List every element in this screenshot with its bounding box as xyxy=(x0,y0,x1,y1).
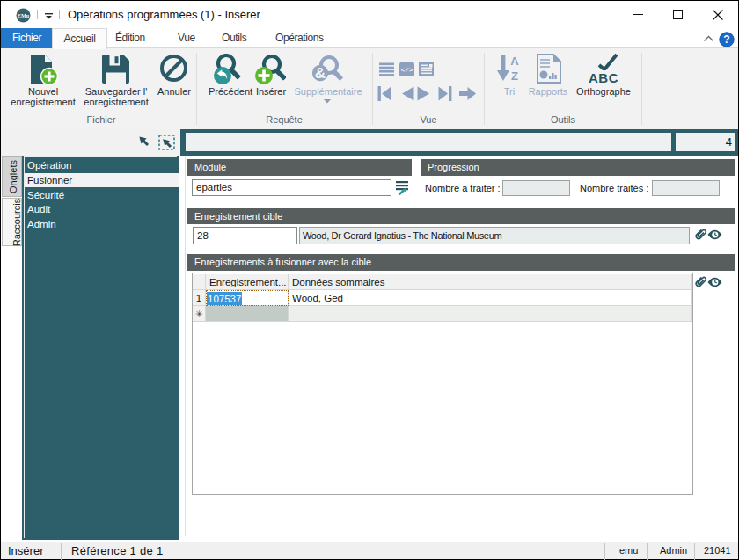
svg-text:A: A xyxy=(510,55,519,68)
svg-text:&: & xyxy=(315,65,326,82)
svg-text:</>: </> xyxy=(401,67,413,74)
svg-text:EMu: EMu xyxy=(18,12,30,18)
svg-text:Z: Z xyxy=(511,69,518,83)
svg-text:?: ? xyxy=(723,33,729,46)
